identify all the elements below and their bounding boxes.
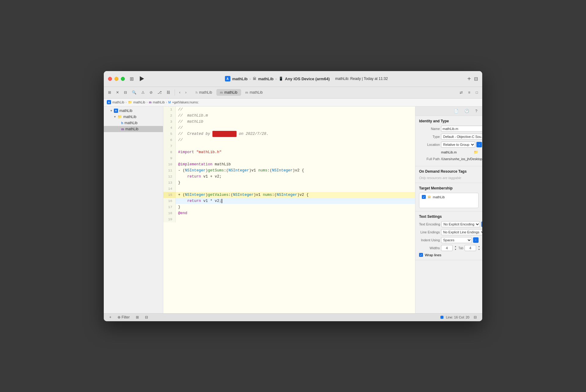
sidebar-item-folder[interactable]: ▼ 📁 mathLib — [104, 114, 163, 120]
line-content[interactable]: + (NSInteger)getValues:(NSInteger)v1 num… — [175, 192, 415, 198]
location-arrow-btn[interactable]: › — [476, 142, 482, 147]
sidebar-item-h[interactable]: h mathLib — [104, 120, 163, 126]
status-collapse-button[interactable]: ⊟ — [143, 315, 150, 320]
line-endings-select[interactable]: No Explicit Line Endings — [441, 229, 482, 235]
inspector-help-icon[interactable]: ? — [473, 108, 479, 114]
code-line-17: 17 } — [163, 204, 415, 210]
tab-stepper[interactable]: ▲ ▼ — [454, 245, 457, 251]
sidebar-m-label: mathLib — [125, 127, 139, 131]
line-content[interactable]: - (NSInteger)getSums:(NSInteger)v1 nums:… — [175, 167, 415, 174]
line-content[interactable]: // — [175, 125, 415, 131]
tab-stepper-down[interactable]: ▼ — [454, 248, 457, 251]
type-label: Type — [419, 135, 440, 138]
line-content[interactable] — [175, 186, 415, 192]
chevron-down-icon-folder: ▼ — [114, 115, 116, 118]
breadcrumb-item-2[interactable]: mathLib — [133, 100, 145, 104]
tab-label-h: mathLib — [199, 90, 212, 95]
toolbar-grid-button[interactable]: ⊟ — [122, 90, 129, 95]
code-line-16: 16 return v1 * v2; — [163, 198, 415, 204]
minimize-button[interactable] — [114, 77, 118, 81]
line-content[interactable]: // — [175, 106, 415, 113]
line-content[interactable]: // — [175, 137, 415, 143]
text-settings-section: Text Settings Text Encoding No Explicit … — [415, 211, 482, 260]
status-expand-button[interactable]: ⊞ — [134, 315, 141, 320]
breadcrumb-item-3[interactable]: mathLib — [153, 100, 165, 104]
add-button[interactable]: + — [467, 76, 471, 82]
tab-mathlib-h[interactable]: h mathLib — [192, 89, 216, 96]
inspector-file-icon[interactable]: 📄 — [452, 108, 460, 114]
code-editor[interactable]: 1 // 2 // mathLib.m 3 // mathLib 4 — [163, 106, 415, 313]
line-endings-row: Line Endings No Explicit Line Endings › — [419, 229, 479, 235]
title-bar: ⊞ A mathLib › 🏛 mathLib › 📱 Any iOS Devi… — [104, 71, 482, 87]
toolbar-search-button[interactable]: 🔍 — [130, 90, 138, 95]
run-button[interactable] — [139, 75, 145, 82]
indent-using-select[interactable]: Spaces — [441, 237, 472, 243]
inspector-history-icon[interactable]: 🕐 — [463, 108, 471, 114]
type-select[interactable]: Default - Objective-C Sou... — [441, 134, 482, 140]
target-checkbox[interactable]: ✓ — [422, 195, 426, 199]
line-content[interactable] — [175, 216, 415, 222]
line-content[interactable]: // Created by ██████████ on 2022/7/28. — [175, 131, 415, 137]
widths-row: Widths ▲ ▼ Tab ▲ ▼ Indent — [419, 245, 479, 251]
inspector-right-button[interactable]: □ — [474, 90, 480, 95]
location-filename: mathLib.m — [441, 150, 472, 154]
toolbar-stop-button[interactable]: ⊘ — [148, 90, 154, 95]
line-content-cursor[interactable]: return v1 * v2; — [175, 198, 415, 204]
toolbar-link-button[interactable]: ⛓ — [165, 90, 172, 95]
text-encoding-select[interactable]: No Explicit Encoding — [441, 221, 480, 227]
breadcrumb-folder-icon: 📁 — [128, 100, 132, 104]
line-content[interactable]: #import "mathLib.h" — [175, 149, 415, 155]
forward-button[interactable]: › — [183, 90, 188, 95]
indent-arrow-btn[interactable]: › — [473, 237, 479, 243]
wrap-lines-checkbox[interactable]: ✓ — [419, 253, 423, 257]
tab-stepper-up[interactable]: ▲ — [454, 245, 457, 248]
line-content[interactable]: } — [175, 180, 415, 186]
line-content[interactable]: @end — [175, 210, 415, 216]
indent-width-input[interactable] — [465, 245, 476, 251]
sidebar-item-project[interactable]: ▼ A mathLib — [104, 108, 163, 114]
identity-type-title: Identity and Type — [419, 119, 479, 123]
toolbar-warning-button[interactable]: ⚠ — [139, 90, 146, 95]
location-label: Location — [419, 143, 440, 146]
line-content[interactable]: } — [175, 204, 415, 210]
breadcrumb-item-4[interactable]: +getValues:nums: — [172, 100, 199, 104]
refresh-button[interactable]: ⇄ — [458, 90, 465, 95]
line-col-info: Line: 16 Col: 20 — [446, 315, 469, 319]
toolbar-branch-button[interactable]: ⎇ — [156, 90, 164, 95]
status-filter-button[interactable]: ⊕ Filter — [116, 315, 132, 320]
line-content[interactable]: @implementation mathLib — [175, 161, 415, 167]
encoding-arrow-btn[interactable]: › — [481, 221, 482, 227]
sidebar-toggle-button[interactable]: ⊞ — [130, 76, 134, 82]
location-select[interactable]: Relative to Group — [441, 142, 475, 148]
tab-width-input[interactable] — [441, 245, 453, 251]
line-number: 8 — [163, 149, 175, 155]
breadcrumb-item-1[interactable]: mathLib — [112, 100, 124, 104]
back-button[interactable]: ‹ — [177, 90, 182, 95]
inspector-toggle-button[interactable]: ⊟ — [474, 76, 478, 82]
wrap-lines-label: Wrap lines — [425, 253, 441, 257]
indent-stepper-down[interactable]: ▼ — [477, 248, 481, 251]
folder-button[interactable]: 📁 — [473, 149, 479, 155]
line-content[interactable]: return v1 + v2; — [175, 174, 415, 180]
line-content[interactable]: // mathLib.m — [175, 113, 415, 119]
status-right-btn[interactable]: ⊟ — [472, 315, 479, 320]
indent-stepper-up[interactable]: ▲ — [477, 245, 481, 248]
status-add-button[interactable]: + — [107, 315, 113, 320]
line-content[interactable]: // mathLib — [175, 119, 415, 125]
tab-mathlib-m-active[interactable]: m mathLib — [216, 89, 241, 96]
tab-mathlib-m[interactable]: m mathLib — [242, 89, 266, 96]
line-content[interactable] — [175, 143, 415, 149]
line-number: 4 — [163, 125, 175, 131]
toolbar-x-button[interactable]: ✕ — [114, 90, 121, 95]
view-toggle-button[interactable]: ⊞ — [106, 90, 113, 95]
indent-stepper[interactable]: ▲ ▼ — [477, 245, 481, 251]
code-line-12: 12 return v1 + v2; — [163, 174, 415, 180]
close-button[interactable] — [108, 77, 112, 81]
maximize-button[interactable] — [121, 77, 125, 81]
name-input[interactable] — [441, 126, 482, 132]
line-content[interactable] — [175, 155, 415, 161]
code-line-8: 8 #import "mathLib.h" — [163, 149, 415, 155]
lines-button[interactable]: ≡ — [466, 90, 472, 95]
code-line-5: 5 // Created by ██████████ on 2022/7/28. — [163, 131, 415, 137]
sidebar-item-m[interactable]: m mathLib — [104, 126, 163, 132]
